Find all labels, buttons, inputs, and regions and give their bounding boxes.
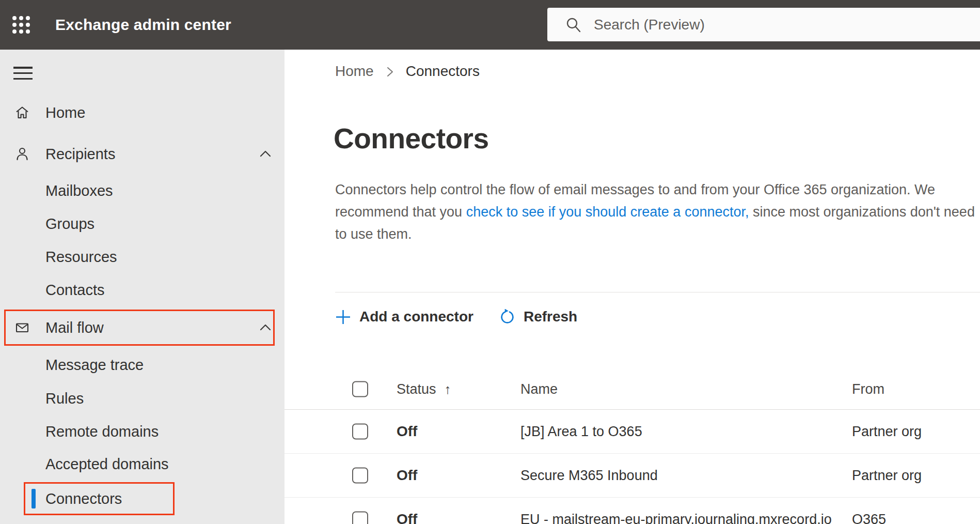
- row-checkbox[interactable]: [352, 512, 368, 524]
- refresh-icon: [499, 309, 515, 325]
- row-checkbox[interactable]: [352, 468, 368, 484]
- row-from: Partner org: [852, 424, 922, 440]
- select-all-checkbox[interactable]: [352, 381, 368, 397]
- breadcrumb-current: Connectors: [406, 63, 480, 80]
- sidebar-item-mailboxes[interactable]: Mailboxes: [0, 175, 284, 207]
- column-header-status[interactable]: Status↑: [397, 381, 451, 397]
- breadcrumb-home-link[interactable]: Home: [335, 63, 374, 80]
- mail-icon: [14, 319, 30, 336]
- sidebar-item-groups[interactable]: Groups: [0, 208, 284, 240]
- selected-indicator-bar: [31, 489, 36, 508]
- app-title: Exchange admin center: [55, 0, 231, 50]
- table-row[interactable]: Off EU - mailstream-eu-primary.journalin…: [284, 498, 980, 524]
- sidebar-item-message-trace[interactable]: Message trace: [0, 348, 284, 382]
- table-row[interactable]: Off [JB] Area 1 to O365 Partner org: [284, 410, 980, 454]
- chevron-right-icon: [384, 66, 396, 78]
- sidebar-item-resources[interactable]: Resources: [0, 241, 284, 273]
- row-from: Partner org: [852, 468, 922, 484]
- exchange-admin-center: Exchange admin center Search (Preview) H…: [0, 0, 980, 524]
- app-launcher-icon[interactable]: [12, 16, 30, 34]
- row-status: Off: [397, 511, 417, 524]
- row-name: EU - mailstream-eu-primary.journaling.mx…: [520, 512, 832, 524]
- row-name: [JB] Area 1 to O365: [520, 424, 642, 440]
- chevron-up-icon[interactable]: [259, 321, 272, 334]
- plus-icon: [335, 309, 351, 325]
- sidebar-item-recipients[interactable]: Recipients: [0, 135, 284, 173]
- sidebar-item-contacts[interactable]: Contacts: [0, 274, 284, 306]
- hamburger-menu-icon[interactable]: [13, 67, 33, 80]
- sidebar-nav: Home Recipients Mailboxes Groups Resourc…: [0, 50, 284, 524]
- row-status: Off: [397, 467, 417, 484]
- row-status: Off: [397, 423, 417, 440]
- page-title: Connectors: [334, 122, 489, 155]
- sidebar-item-accepted-domains[interactable]: Accepted domains: [0, 448, 284, 480]
- main-content: Home Connectors Connectors Connectors he…: [284, 50, 980, 524]
- page-description: Connectors help control the flow of emai…: [335, 179, 980, 245]
- sidebar-item-home[interactable]: Home: [0, 94, 284, 131]
- chevron-up-icon[interactable]: [259, 147, 272, 161]
- home-icon: [14, 104, 30, 121]
- sort-ascending-icon: ↑: [445, 381, 451, 397]
- search-icon: [565, 16, 582, 34]
- create-connector-check-link[interactable]: check to see if you should create a conn…: [466, 204, 749, 220]
- column-header-name[interactable]: Name: [520, 381, 558, 397]
- toolbar: Add a connector Refresh: [335, 303, 577, 331]
- row-name: Secure M365 Inbound: [520, 468, 658, 484]
- topbar: Exchange admin center Search (Preview): [0, 0, 980, 50]
- search-placeholder: Search (Preview): [594, 17, 705, 33]
- row-from: O365: [852, 512, 886, 524]
- breadcrumb: Home Connectors: [335, 62, 480, 81]
- add-connector-button[interactable]: Add a connector: [335, 309, 473, 325]
- table-header: Status↑ Name From: [284, 369, 980, 410]
- refresh-button[interactable]: Refresh: [499, 309, 577, 325]
- sidebar-item-rules[interactable]: Rules: [0, 382, 284, 414]
- table-row[interactable]: Off Secure M365 Inbound Partner org: [284, 454, 980, 498]
- sidebar-item-connectors[interactable]: Connectors: [24, 482, 175, 515]
- row-checkbox[interactable]: [352, 424, 368, 440]
- toolbar-top-divider: [335, 292, 980, 292]
- column-header-from[interactable]: From: [852, 381, 884, 397]
- person-icon: [14, 146, 30, 162]
- search-input[interactable]: Search (Preview): [547, 8, 980, 41]
- sidebar-item-remote-domains[interactable]: Remote domains: [0, 415, 284, 448]
- sidebar-item-mail-flow[interactable]: Mail flow: [4, 310, 275, 346]
